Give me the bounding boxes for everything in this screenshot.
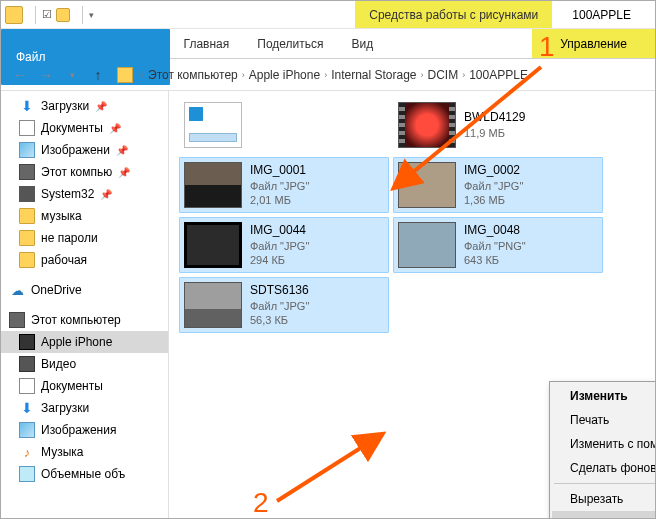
dl-icon: ⬇ <box>19 400 35 416</box>
nav-back-button[interactable]: ← <box>9 64 31 86</box>
annotation-number-2: 2 <box>253 487 269 519</box>
tree-item-label: Объемные объ <box>41 467 125 481</box>
file-thumbnail <box>184 162 242 208</box>
video-icon <box>19 356 35 372</box>
tree-item[interactable]: Документы <box>1 375 168 397</box>
cloud-icon: ☁ <box>9 282 25 298</box>
tree-item-label: не пароли <box>41 231 98 245</box>
chevron-right-icon: › <box>141 70 144 80</box>
tree-item[interactable]: Документы📌 <box>1 117 168 139</box>
tree-item-label: Документы <box>41 379 103 393</box>
tree-item-label: Музыка <box>41 445 83 459</box>
tree-item[interactable]: рабочая <box>1 249 168 271</box>
file-type: Файл "JPG" <box>250 239 309 253</box>
chevron-right-icon: › <box>462 70 465 80</box>
file-thumbnail <box>398 102 456 148</box>
qat-new-folder-icon[interactable] <box>56 8 70 22</box>
file-grid: BWLD412911,9 МБIMG_0001Файл "JPG"2,01 МБ… <box>179 97 645 333</box>
file-name: IMG_0001 <box>250 163 309 179</box>
file-item[interactable]: BWLD412911,9 МБ <box>393 97 603 153</box>
pin-icon: 📌 <box>95 101 107 112</box>
phone-icon <box>19 334 35 350</box>
tree-item[interactable]: ☁OneDrive <box>1 279 168 301</box>
context-menu-item[interactable]: Печать <box>552 408 655 432</box>
tree-item[interactable]: System32📌 <box>1 183 168 205</box>
sidebar-tree: ⬇Загрузки📌Документы📌Изображени📌Этот комп… <box>1 91 169 519</box>
tree-item[interactable]: Этот компью📌 <box>1 161 168 183</box>
tab-home[interactable]: Главная <box>170 29 244 58</box>
tree-item[interactable]: Видео <box>1 353 168 375</box>
tree-item[interactable]: ♪Музыка <box>1 441 168 463</box>
file-item[interactable] <box>179 97 389 153</box>
context-menu-item[interactable]: Изменить <box>552 384 655 408</box>
context-menu-item[interactable]: Копировать <box>552 511 655 519</box>
tree-item[interactable]: Этот компьютер <box>1 309 168 331</box>
context-menu-item[interactable]: Изменить с помощью Paint 3D <box>552 432 655 456</box>
tree-item[interactable]: Изображени📌 <box>1 139 168 161</box>
tree-item-label: Этот компью <box>41 165 112 179</box>
vol-icon <box>19 466 35 482</box>
context-menu-item[interactable]: Вырезать <box>552 487 655 511</box>
tree-item-label: Изображени <box>41 143 110 157</box>
ribbon-tabs: Файл Главная Поделиться Вид Управление <box>1 29 655 59</box>
file-name: IMG_0044 <box>250 223 309 239</box>
window-title: 100APPLE <box>552 8 651 22</box>
pc-icon <box>19 164 35 180</box>
separator <box>35 6 36 24</box>
nav-forward-button[interactable]: → <box>35 64 57 86</box>
file-thumbnail <box>184 222 242 268</box>
tree-item[interactable]: Apple iPhone <box>1 331 168 353</box>
tree-item[interactable]: музыка <box>1 205 168 227</box>
tree-item-label: Загрузки <box>41 99 89 113</box>
breadcrumb-segment[interactable]: Apple iPhone <box>249 68 320 82</box>
folder-icon <box>19 230 35 246</box>
file-item[interactable]: IMG_0001Файл "JPG"2,01 МБ <box>179 157 389 213</box>
pc-icon <box>9 312 25 328</box>
file-meta: IMG_0048Файл "PNG"643 КБ <box>464 223 526 267</box>
file-meta: IMG_0044Файл "JPG"294 КБ <box>250 223 309 267</box>
tree-item-label: Документы <box>41 121 103 135</box>
tree-item[interactable]: ⬇Загрузки <box>1 397 168 419</box>
qat-dropdown-icon[interactable]: ▾ <box>89 10 94 20</box>
body-split: ⬇Загрузки📌Документы📌Изображени📌Этот комп… <box>1 91 655 519</box>
context-menu-item[interactable]: Сделать фоновым изображением рабочего ст… <box>552 456 655 480</box>
tree-item-label: музыка <box>41 209 82 223</box>
tree-item[interactable]: не пароли <box>1 227 168 249</box>
img-icon <box>19 142 35 158</box>
img-icon <box>19 422 35 438</box>
tab-view[interactable]: Вид <box>338 29 388 58</box>
tree-item-label: Этот компьютер <box>31 313 121 327</box>
file-type: Файл "PNG" <box>464 239 526 253</box>
tree-item[interactable]: Изображения <box>1 419 168 441</box>
qat-checkbox-icon[interactable]: ☑ <box>42 8 52 21</box>
chevron-right-icon: › <box>324 70 327 80</box>
tree-item-label: Видео <box>41 357 76 371</box>
file-item[interactable]: IMG_0002Файл "JPG"1,36 МБ <box>393 157 603 213</box>
breadcrumb-segment[interactable]: Этот компьютер <box>148 68 238 82</box>
pin-icon: 📌 <box>118 167 130 178</box>
file-name: BWLD4129 <box>464 110 525 126</box>
nav-recent-dropdown[interactable]: ▾ <box>61 64 83 86</box>
tab-share[interactable]: Поделиться <box>243 29 337 58</box>
file-meta: SDTS6136Файл "JPG"56,3 КБ <box>250 283 309 327</box>
tree-item-label: рабочая <box>41 253 87 267</box>
tree-item[interactable]: ⬇Загрузки📌 <box>1 95 168 117</box>
tree-item-label: Изображения <box>41 423 116 437</box>
file-item[interactable]: IMG_0048Файл "PNG"643 КБ <box>393 217 603 273</box>
file-item[interactable]: IMG_0044Файл "JPG"294 КБ <box>179 217 389 273</box>
breadcrumb-segment[interactable]: Internal Storage <box>331 68 416 82</box>
file-meta: IMG_0001Файл "JPG"2,01 МБ <box>250 163 309 207</box>
breadcrumb-segment[interactable]: DCIM <box>428 68 459 82</box>
content-pane: BWLD412911,9 МБIMG_0001Файл "JPG"2,01 МБ… <box>169 91 655 519</box>
file-thumbnail <box>184 282 242 328</box>
file-item[interactable]: SDTS6136Файл "JPG"56,3 КБ <box>179 277 389 333</box>
breadcrumb-root-icon[interactable] <box>117 67 133 83</box>
pin-icon: 📌 <box>109 123 121 134</box>
tree-item-label: OneDrive <box>31 283 82 297</box>
tree-item[interactable]: Объемные объ <box>1 463 168 485</box>
pin-icon: 📌 <box>116 145 128 156</box>
breadcrumb-segment[interactable]: 100APPLE <box>469 68 528 82</box>
pin-icon: 📌 <box>100 189 112 200</box>
nav-up-button[interactable]: ↑ <box>87 64 109 86</box>
file-meta: IMG_0002Файл "JPG"1,36 МБ <box>464 163 523 207</box>
